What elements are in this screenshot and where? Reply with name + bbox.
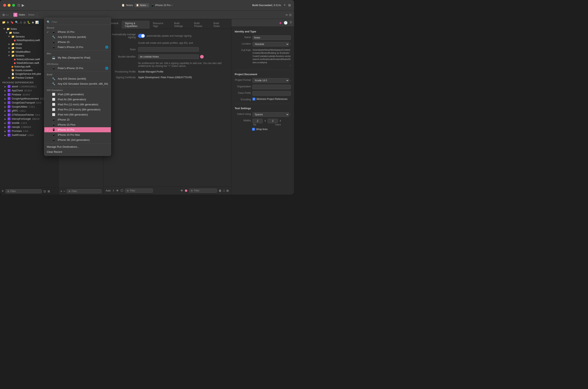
sidebar-layout-btn[interactable]: ⊡ xyxy=(44,190,46,193)
inspector-clock-icon[interactable]: 🕐 xyxy=(284,21,288,25)
ddm-iphone15pro-sim[interactable]: ✓ 📱 iPhone 15 Pro xyxy=(44,127,111,132)
indent-width-field[interactable] xyxy=(268,119,278,123)
tab-signing[interactable]: Signing & Capabilities xyxy=(122,21,150,29)
toggle-switch[interactable] xyxy=(138,34,145,38)
add-button[interactable]: + xyxy=(284,3,286,7)
ddm-any-ios-arm64[interactable]: 🔧 Any iOS Device (arm64) xyxy=(44,34,111,39)
ddm-build-sim[interactable]: 🔧 Any iOS Simulator Device (arm64, x86_6… xyxy=(44,81,111,86)
inspector-format-select[interactable]: Xcode 14.0 xyxy=(253,78,289,83)
ddm-ipad-pro-11[interactable]: ⬜ iPad Pro (11-inch) (4th generation) xyxy=(44,102,111,107)
ddm-iphone15-sim[interactable]: 📱 iPhone 15 xyxy=(44,117,111,122)
ddm-filter-input[interactable] xyxy=(52,20,108,24)
ddm-manage-destinations[interactable]: Manage Run Destinations... xyxy=(44,144,111,149)
nav-warning-icon[interactable]: ⚠ xyxy=(20,21,22,24)
inspector-name-field[interactable] xyxy=(253,35,291,40)
breadcrumb-notes: Notes xyxy=(19,13,25,16)
inspector-toggle[interactable]: ⊞ xyxy=(288,3,291,7)
sidebar-split-btn[interactable]: ⊞ xyxy=(48,190,50,193)
signing-toggle-note: automatically update and manage signing xyxy=(147,34,191,37)
structure-btn[interactable]: ⊞ xyxy=(2,13,5,16)
nav-debug-icon[interactable]: 🐛 xyxy=(27,21,30,24)
nav-bookmark-icon[interactable]: 🔖 xyxy=(10,21,14,24)
inspector-content: Identity and Type Name Location Absolute… xyxy=(232,27,294,194)
nav-search-icon[interactable]: 🔍 xyxy=(15,21,18,24)
view-toggle-btn[interactable]: 👁 xyxy=(116,189,119,192)
tab-width-field[interactable] xyxy=(253,119,263,123)
inspector-pink-icon[interactable]: ◆ xyxy=(279,21,282,25)
tree-arrow-viewmodifiers: ▶ xyxy=(8,51,10,53)
tab-build-phases[interactable]: Build Phases xyxy=(191,21,210,29)
ddm-ipad-air-5th[interactable]: ⬜ iPad Air (5th generation) xyxy=(44,97,111,102)
bundle-id-field[interactable] xyxy=(138,55,199,59)
tab-build-rules[interactable]: Build Rules xyxy=(210,21,228,29)
eye-icon-2[interactable]: 👁 xyxy=(180,189,183,192)
play-button[interactable]: ▶ xyxy=(22,3,25,7)
nav-breakpoint-icon[interactable]: ◆ xyxy=(32,21,34,24)
ddm-ipad-pro-12-label: iPad Pro (12.9-inch) (6th generation) xyxy=(58,108,100,111)
notes-remove-btn[interactable]: − xyxy=(63,190,65,193)
build-content: Automatically manage signing automatical… xyxy=(103,29,231,186)
ddm-build-arm64[interactable]: 🔧 Any iOS Device (arm64) xyxy=(44,76,111,81)
ddm-ipad-mini[interactable]: ⬜ iPad mini (6th generation) xyxy=(44,112,111,117)
add-file-btn[interactable]: + xyxy=(2,189,4,193)
tree-arrow-model: ▶ xyxy=(8,43,10,45)
tab-build-settings[interactable]: Build Settings xyxy=(171,21,191,29)
ddm-iphone15pro-recent[interactable]: ✓ 📱 iPhone 15 Pro xyxy=(44,29,111,34)
ddm-ipad-pro-12[interactable]: ⬜ iPad Pro (12.9-inch) (6th generation) xyxy=(44,107,111,112)
sidebar-toggle-btn[interactable]: ⊡ xyxy=(17,3,20,7)
toolbar-split-btn[interactable]: ⊡ xyxy=(289,13,292,16)
close-button[interactable] xyxy=(3,4,6,7)
indent-stepper[interactable]: ⇕ xyxy=(279,120,281,122)
pkg-label-grpc: gRPC xyxy=(12,109,18,112)
ddm-phone-icon-iphone15promax: 📱 xyxy=(52,133,56,136)
ddm-peter-iphone-device[interactable]: 📱 Peter's iPhone 15 Pro 🌐 xyxy=(44,66,111,71)
pkg-label-leveldb: leveldb xyxy=(12,122,19,124)
nav-source-control-icon[interactable]: ⊕ xyxy=(7,21,9,24)
encoding-checkbox[interactable]: ✓ xyxy=(253,98,255,100)
back-btn[interactable]: ‹ xyxy=(6,13,7,16)
fullscreen-button[interactable] xyxy=(12,4,15,7)
tree-label-preview-content: Preview Content xyxy=(15,76,33,79)
tab-stepper[interactable]: ⇕ xyxy=(264,120,266,122)
wrap-checkbox[interactable]: ✓ xyxy=(252,128,255,131)
signing-row-provisioning: Provisioning Profile Xcode Managed Profi… xyxy=(107,70,227,73)
inspector-classprefix-field[interactable] xyxy=(253,91,291,96)
ddm-sep-4 xyxy=(44,87,111,87)
ddm-mac-ipad[interactable]: 💻 My Mac (Designed for iPad) xyxy=(44,55,111,60)
nav-test-icon[interactable]: ◎ xyxy=(24,21,26,24)
notes-add-btn[interactable]: + xyxy=(60,190,62,193)
auto-signing-toggle[interactable]: automatically update and manage signing xyxy=(138,34,191,38)
toolbar-share-btn[interactable]: ⇥ xyxy=(285,13,288,16)
inspector-fullpath-label: Full Path xyxy=(235,48,251,52)
team-field[interactable] xyxy=(138,47,199,52)
signing-row-cert: Signing Certificate Apple Development: P… xyxy=(107,76,227,79)
bundle-id-row xyxy=(138,55,227,59)
nav-folder-icon[interactable]: 📁 xyxy=(2,21,5,24)
info-btn[interactable]: ⓘ xyxy=(120,189,123,193)
layout-btn-2[interactable]: ⊞ xyxy=(226,189,229,192)
ddm-ipad-10th[interactable]: ⬜ iPad (10th generation) xyxy=(44,92,111,97)
scheme-selector[interactable]: 📋 Notes › xyxy=(134,3,149,7)
inspector-help-icon[interactable]: ? xyxy=(290,21,292,25)
layout-btn-1[interactable]: □ xyxy=(223,189,225,192)
inspector-indent-select[interactable]: Spaces xyxy=(253,112,289,117)
minimize-button[interactable] xyxy=(8,4,10,7)
indent-arrow: › xyxy=(290,113,291,116)
swift-icon-noteedit: ◼ xyxy=(14,62,16,65)
ddm-iphone15-plus-sim[interactable]: 📱 iPhone 15 Plus xyxy=(44,122,111,127)
ddm-iphone15-recent[interactable]: 📱 iPhone 15 xyxy=(44,39,111,45)
inspector-org-field[interactable] xyxy=(253,85,291,89)
ddm-iphone-se-3rd[interactable]: 📱 iPhone SE (3rd generation) xyxy=(44,137,111,142)
ddm-clear-recent[interactable]: Clear Recent xyxy=(44,149,111,154)
inspector-location-select[interactable]: Absolute xyxy=(253,42,289,46)
forward-btn[interactable]: › xyxy=(7,13,8,16)
pkg-arrow-firebase: ▶ xyxy=(4,93,6,96)
ddm-sep-3 xyxy=(44,71,111,72)
tab-resource-tags[interactable]: Resource Tags xyxy=(150,21,171,29)
delete-btn[interactable]: 🗑 xyxy=(219,189,222,192)
ddm-iphone15promax-sim[interactable]: 📱 iPhone 15 Pro Max xyxy=(44,132,111,137)
ddm-peter-iphone-recent[interactable]: 📱 Peter's iPhone 15 Pro 🌐 xyxy=(44,45,111,50)
device-selector[interactable]: 📱 iPhone 15 Pro ▾ xyxy=(151,4,172,7)
pkg-label-gtm: GTMSessionFetcher xyxy=(12,113,34,116)
nav-report-icon[interactable]: 📊 xyxy=(35,21,39,24)
